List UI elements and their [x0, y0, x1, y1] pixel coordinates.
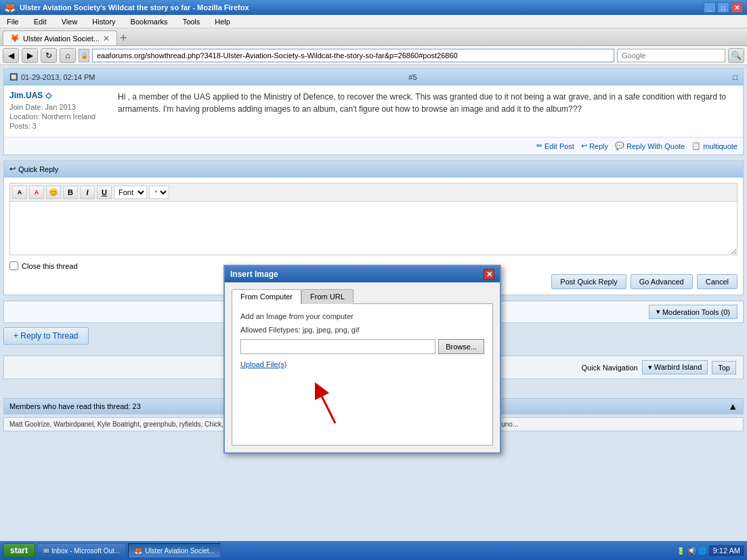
menu-history[interactable]: History: [88, 16, 119, 27]
reply-icon: ↩: [581, 142, 587, 150]
dialog-tabs: From Computer From URL: [232, 289, 493, 304]
post-number: #5: [408, 73, 417, 81]
cancel-button[interactable]: Cancel: [697, 274, 738, 289]
go-advanced-button[interactable]: Go Advanced: [631, 274, 693, 289]
ssl-icon: 🔒: [79, 49, 89, 62]
arrow-indicator: [315, 376, 369, 430]
reply-with-quote-button[interactable]: 💬 Reply With Quote: [615, 142, 685, 150]
quick-reply-title: Quick Reply: [18, 165, 58, 173]
post-quick-reply-button[interactable]: Post Quick Reply: [551, 274, 626, 289]
browser-title-bar: 🦊 Ulster Aviation Society's Wildcat the …: [0, 0, 747, 15]
multiquote-button[interactable]: 📋 multiquote: [691, 142, 738, 150]
dialog-close-button[interactable]: ✕: [484, 269, 494, 280]
dialog-title: Insert Image: [230, 270, 278, 279]
dialog-body: From Computer From URL Add an Image from…: [225, 282, 500, 452]
tray-icon-network: 🌐: [698, 547, 706, 555]
reply-to-thread-button[interactable]: + Reply to Thread: [3, 327, 89, 345]
page-content: 🔲 01-29-2013, 02:14 PM #5 □ Jim.UAS ◇ Jo…: [0, 65, 747, 546]
bold-btn[interactable]: B: [63, 186, 78, 199]
post-icon: 🔲: [9, 73, 18, 81]
address-bar: ◀ ▶ ↻ ⌂ 🔒 🔍: [0, 46, 747, 65]
posts-label: Posts: 3: [9, 122, 111, 130]
post-header: 🔲 01-29-2013, 02:14 PM #5 □: [4, 69, 743, 85]
reply-text-area[interactable]: [9, 201, 738, 255]
dialog-desc-line2: Allowed Filetypes: jpg, jpeg, png, gif: [240, 326, 484, 334]
menu-help[interactable]: Help: [211, 16, 234, 27]
post-date: 01-29-2013, 02:14 PM: [21, 73, 95, 81]
tray-icon-volume: 📢: [687, 547, 696, 555]
firefox-icon: 🦊: [134, 547, 142, 555]
upload-files-link[interactable]: Upload File(s): [240, 360, 286, 368]
active-tab[interactable]: 🦊 Ulster Aviation Societ... ✕: [3, 30, 117, 45]
text-size-btn[interactable]: A: [12, 186, 27, 199]
menu-edit[interactable]: Edit: [30, 16, 51, 27]
maximize-button[interactable]: □: [717, 2, 729, 13]
reply-icon-small: ↩: [9, 165, 16, 173]
post-options-icon[interactable]: □: [733, 73, 738, 81]
dropdown-icon: ▾: [656, 307, 660, 316]
taskbar-firefox[interactable]: 🦊 Ulster Aviation Societ...: [128, 543, 221, 558]
moderation-tools-button[interactable]: ▾ Moderation Tools (0): [649, 305, 738, 319]
start-button[interactable]: start: [3, 543, 35, 558]
browser-icon: 🦊: [4, 2, 16, 13]
upload-link-row: Upload File(s): [240, 360, 484, 369]
back-button[interactable]: ◀: [3, 48, 19, 63]
edit-icon: ✏: [536, 142, 542, 150]
search-input[interactable]: [617, 49, 725, 62]
menu-bar: File Edit View History Bookmarks Tools H…: [0, 15, 747, 28]
user-info: Jim.UAS ◇ Join Date: Jan 2013 Location: …: [9, 91, 111, 131]
insert-image-dialog: Insert Image ✕ From Computer From URL Ad…: [223, 265, 501, 454]
taskbar-outlook[interactable]: ✉ Inbox - Microsoft Out...: [37, 543, 126, 558]
tab-close-button[interactable]: ✕: [103, 34, 110, 43]
dialog-desc-line1: Add an Image from your computer: [240, 312, 484, 320]
taskbar: start ✉ Inbox - Microsoft Out... 🦊 Ulste…: [0, 541, 747, 560]
tab-from-url[interactable]: From URL: [301, 289, 354, 304]
menu-tools[interactable]: Tools: [179, 16, 205, 27]
username: Jim.UAS ◇: [9, 91, 111, 100]
post-actions: ✏ Edit Post ↩ Reply 💬 Reply With Quote 📋…: [4, 137, 743, 154]
home-button[interactable]: ⌂: [60, 48, 76, 63]
font-color-btn[interactable]: A: [29, 186, 44, 199]
tab-from-computer[interactable]: From Computer: [232, 289, 301, 304]
dialog-title-bar: Insert Image ✕: [225, 266, 500, 282]
warbird-island-dropdown[interactable]: ▾ Warbird Island: [642, 360, 708, 374]
smiley-btn[interactable]: 😊: [46, 186, 61, 199]
minimize-button[interactable]: _: [704, 2, 716, 13]
system-clock: 9:12 AM: [709, 545, 744, 556]
arrow-area: [240, 383, 484, 437]
edit-post-button[interactable]: ✏ Edit Post: [536, 142, 574, 150]
members-collapse-icon[interactable]: ▲: [728, 401, 738, 412]
editor-toolbar: A A 😊 B I U Font ▼: [9, 183, 738, 201]
tab-label: Ulster Aviation Societ...: [23, 35, 100, 43]
reply-button[interactable]: ↩ Reply: [581, 142, 608, 150]
tab-icon: 🦊: [10, 34, 20, 43]
menu-bookmarks[interactable]: Bookmarks: [127, 16, 172, 27]
font-selector[interactable]: Font: [114, 186, 147, 199]
post-header-left: 🔲 01-29-2013, 02:14 PM: [9, 73, 95, 81]
browse-button[interactable]: Browse...: [438, 339, 484, 354]
taskbar-right: 🔋 📢 🌐 9:12 AM: [677, 545, 744, 556]
post-container: 🔲 01-29-2013, 02:14 PM #5 □ Jim.UAS ◇ Jo…: [3, 68, 744, 155]
tray-icon-battery: 🔋: [677, 547, 685, 555]
search-button[interactable]: 🔍: [728, 48, 744, 63]
close-thread-label: Close this thread: [22, 262, 78, 270]
multiquote-icon: 📋: [691, 142, 701, 150]
tab-bar: 🦊 Ulster Aviation Societ... ✕ +: [0, 28, 747, 46]
close-thread-checkbox[interactable]: [9, 261, 18, 270]
menu-file[interactable]: File: [3, 16, 23, 27]
underline-btn[interactable]: U: [97, 186, 112, 199]
join-date-label: Join Date: Jan 2013: [9, 103, 111, 111]
address-input[interactable]: [92, 49, 614, 62]
members-label: Members who have read this thread: 23: [9, 402, 141, 410]
italic-btn[interactable]: I: [80, 186, 95, 199]
refresh-button[interactable]: ↻: [41, 48, 57, 63]
close-button[interactable]: ✕: [731, 2, 743, 13]
new-tab-button[interactable]: +: [120, 31, 127, 45]
file-path-input[interactable]: [240, 339, 435, 354]
font-size-selector[interactable]: ▼: [149, 186, 169, 199]
browser-title: Ulster Aviation Society's Wildcat the st…: [20, 3, 704, 12]
quick-reply-header: ↩ Quick Reply: [4, 161, 743, 177]
forward-button[interactable]: ▶: [22, 48, 38, 63]
top-button[interactable]: Top: [712, 361, 736, 374]
menu-view[interactable]: View: [58, 16, 82, 27]
